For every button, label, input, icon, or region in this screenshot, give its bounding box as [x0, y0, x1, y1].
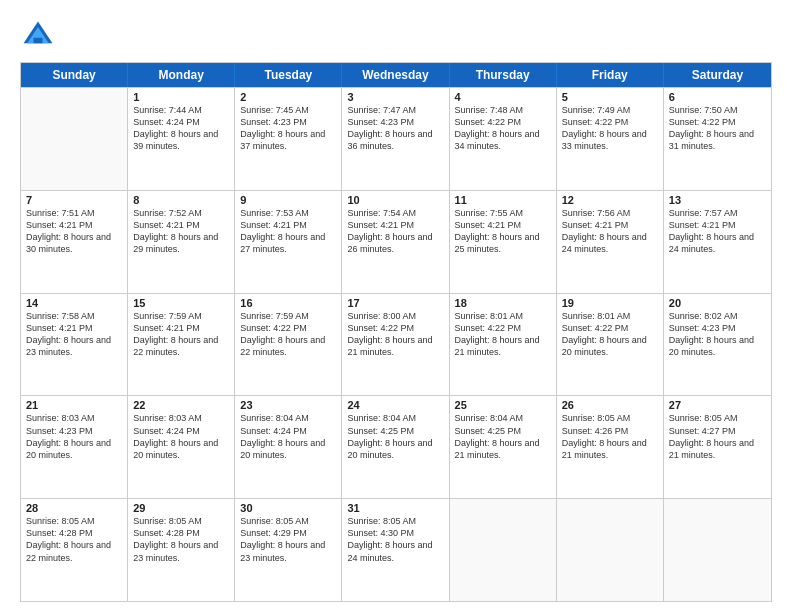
day-number: 15: [133, 297, 229, 309]
day-cell-4: 4Sunrise: 7:48 AM Sunset: 4:22 PM Daylig…: [450, 88, 557, 190]
day-info: Sunrise: 8:04 AM Sunset: 4:24 PM Dayligh…: [240, 412, 336, 461]
day-cell-6: 6Sunrise: 7:50 AM Sunset: 4:22 PM Daylig…: [664, 88, 771, 190]
day-cell-15: 15Sunrise: 7:59 AM Sunset: 4:21 PM Dayli…: [128, 294, 235, 396]
day-number: 6: [669, 91, 766, 103]
day-cell-28: 28Sunrise: 8:05 AM Sunset: 4:28 PM Dayli…: [21, 499, 128, 601]
day-number: 31: [347, 502, 443, 514]
day-cell-2: 2Sunrise: 7:45 AM Sunset: 4:23 PM Daylig…: [235, 88, 342, 190]
day-info: Sunrise: 8:03 AM Sunset: 4:24 PM Dayligh…: [133, 412, 229, 461]
day-info: Sunrise: 7:59 AM Sunset: 4:22 PM Dayligh…: [240, 310, 336, 359]
page: SundayMondayTuesdayWednesdayThursdayFrid…: [0, 0, 792, 612]
day-info: Sunrise: 8:00 AM Sunset: 4:22 PM Dayligh…: [347, 310, 443, 359]
empty-cell: [557, 499, 664, 601]
day-number: 24: [347, 399, 443, 411]
day-cell-25: 25Sunrise: 8:04 AM Sunset: 4:25 PM Dayli…: [450, 396, 557, 498]
calendar-week-5: 28Sunrise: 8:05 AM Sunset: 4:28 PM Dayli…: [21, 498, 771, 601]
day-number: 4: [455, 91, 551, 103]
day-info: Sunrise: 7:51 AM Sunset: 4:21 PM Dayligh…: [26, 207, 122, 256]
empty-cell: [664, 499, 771, 601]
day-cell-31: 31Sunrise: 8:05 AM Sunset: 4:30 PM Dayli…: [342, 499, 449, 601]
day-cell-21: 21Sunrise: 8:03 AM Sunset: 4:23 PM Dayli…: [21, 396, 128, 498]
header-cell-saturday: Saturday: [664, 63, 771, 87]
day-number: 30: [240, 502, 336, 514]
day-info: Sunrise: 7:45 AM Sunset: 4:23 PM Dayligh…: [240, 104, 336, 153]
day-number: 19: [562, 297, 658, 309]
day-cell-23: 23Sunrise: 8:04 AM Sunset: 4:24 PM Dayli…: [235, 396, 342, 498]
day-number: 29: [133, 502, 229, 514]
day-cell-18: 18Sunrise: 8:01 AM Sunset: 4:22 PM Dayli…: [450, 294, 557, 396]
day-info: Sunrise: 8:05 AM Sunset: 4:30 PM Dayligh…: [347, 515, 443, 564]
day-number: 1: [133, 91, 229, 103]
day-number: 14: [26, 297, 122, 309]
svg-rect-2: [34, 38, 43, 43]
calendar-header-row: SundayMondayTuesdayWednesdayThursdayFrid…: [21, 63, 771, 87]
day-number: 28: [26, 502, 122, 514]
day-info: Sunrise: 7:44 AM Sunset: 4:24 PM Dayligh…: [133, 104, 229, 153]
day-cell-29: 29Sunrise: 8:05 AM Sunset: 4:28 PM Dayli…: [128, 499, 235, 601]
day-number: 22: [133, 399, 229, 411]
day-cell-13: 13Sunrise: 7:57 AM Sunset: 4:21 PM Dayli…: [664, 191, 771, 293]
day-cell-22: 22Sunrise: 8:03 AM Sunset: 4:24 PM Dayli…: [128, 396, 235, 498]
day-info: Sunrise: 8:05 AM Sunset: 4:26 PM Dayligh…: [562, 412, 658, 461]
day-info: Sunrise: 8:04 AM Sunset: 4:25 PM Dayligh…: [455, 412, 551, 461]
day-number: 3: [347, 91, 443, 103]
day-number: 11: [455, 194, 551, 206]
day-info: Sunrise: 7:55 AM Sunset: 4:21 PM Dayligh…: [455, 207, 551, 256]
day-info: Sunrise: 7:52 AM Sunset: 4:21 PM Dayligh…: [133, 207, 229, 256]
day-info: Sunrise: 7:58 AM Sunset: 4:21 PM Dayligh…: [26, 310, 122, 359]
day-number: 7: [26, 194, 122, 206]
day-info: Sunrise: 8:01 AM Sunset: 4:22 PM Dayligh…: [455, 310, 551, 359]
day-number: 25: [455, 399, 551, 411]
calendar: SundayMondayTuesdayWednesdayThursdayFrid…: [20, 62, 772, 602]
day-info: Sunrise: 8:04 AM Sunset: 4:25 PM Dayligh…: [347, 412, 443, 461]
day-info: Sunrise: 7:53 AM Sunset: 4:21 PM Dayligh…: [240, 207, 336, 256]
logo-icon: [20, 18, 56, 54]
day-cell-7: 7Sunrise: 7:51 AM Sunset: 4:21 PM Daylig…: [21, 191, 128, 293]
day-cell-10: 10Sunrise: 7:54 AM Sunset: 4:21 PM Dayli…: [342, 191, 449, 293]
day-number: 17: [347, 297, 443, 309]
day-info: Sunrise: 7:49 AM Sunset: 4:22 PM Dayligh…: [562, 104, 658, 153]
day-info: Sunrise: 8:05 AM Sunset: 4:28 PM Dayligh…: [133, 515, 229, 564]
day-info: Sunrise: 7:56 AM Sunset: 4:21 PM Dayligh…: [562, 207, 658, 256]
day-info: Sunrise: 7:59 AM Sunset: 4:21 PM Dayligh…: [133, 310, 229, 359]
day-info: Sunrise: 8:05 AM Sunset: 4:28 PM Dayligh…: [26, 515, 122, 564]
day-cell-17: 17Sunrise: 8:00 AM Sunset: 4:22 PM Dayli…: [342, 294, 449, 396]
header-cell-wednesday: Wednesday: [342, 63, 449, 87]
day-number: 2: [240, 91, 336, 103]
day-cell-27: 27Sunrise: 8:05 AM Sunset: 4:27 PM Dayli…: [664, 396, 771, 498]
day-info: Sunrise: 7:57 AM Sunset: 4:21 PM Dayligh…: [669, 207, 766, 256]
day-info: Sunrise: 7:48 AM Sunset: 4:22 PM Dayligh…: [455, 104, 551, 153]
day-number: 18: [455, 297, 551, 309]
day-cell-12: 12Sunrise: 7:56 AM Sunset: 4:21 PM Dayli…: [557, 191, 664, 293]
day-number: 20: [669, 297, 766, 309]
day-cell-14: 14Sunrise: 7:58 AM Sunset: 4:21 PM Dayli…: [21, 294, 128, 396]
day-info: Sunrise: 8:05 AM Sunset: 4:27 PM Dayligh…: [669, 412, 766, 461]
header-cell-sunday: Sunday: [21, 63, 128, 87]
day-cell-8: 8Sunrise: 7:52 AM Sunset: 4:21 PM Daylig…: [128, 191, 235, 293]
empty-cell: [21, 88, 128, 190]
day-number: 23: [240, 399, 336, 411]
header-cell-thursday: Thursday: [450, 63, 557, 87]
calendar-week-2: 7Sunrise: 7:51 AM Sunset: 4:21 PM Daylig…: [21, 190, 771, 293]
day-number: 26: [562, 399, 658, 411]
day-info: Sunrise: 8:02 AM Sunset: 4:23 PM Dayligh…: [669, 310, 766, 359]
day-cell-9: 9Sunrise: 7:53 AM Sunset: 4:21 PM Daylig…: [235, 191, 342, 293]
day-number: 27: [669, 399, 766, 411]
day-info: Sunrise: 7:54 AM Sunset: 4:21 PM Dayligh…: [347, 207, 443, 256]
header-cell-tuesday: Tuesday: [235, 63, 342, 87]
day-cell-20: 20Sunrise: 8:02 AM Sunset: 4:23 PM Dayli…: [664, 294, 771, 396]
header-cell-monday: Monday: [128, 63, 235, 87]
day-cell-3: 3Sunrise: 7:47 AM Sunset: 4:23 PM Daylig…: [342, 88, 449, 190]
day-number: 21: [26, 399, 122, 411]
calendar-week-1: 1Sunrise: 7:44 AM Sunset: 4:24 PM Daylig…: [21, 87, 771, 190]
day-number: 12: [562, 194, 658, 206]
header: [20, 18, 772, 54]
day-number: 8: [133, 194, 229, 206]
day-info: Sunrise: 8:01 AM Sunset: 4:22 PM Dayligh…: [562, 310, 658, 359]
header-cell-friday: Friday: [557, 63, 664, 87]
day-cell-5: 5Sunrise: 7:49 AM Sunset: 4:22 PM Daylig…: [557, 88, 664, 190]
day-cell-24: 24Sunrise: 8:04 AM Sunset: 4:25 PM Dayli…: [342, 396, 449, 498]
day-number: 9: [240, 194, 336, 206]
day-info: Sunrise: 7:47 AM Sunset: 4:23 PM Dayligh…: [347, 104, 443, 153]
day-cell-19: 19Sunrise: 8:01 AM Sunset: 4:22 PM Dayli…: [557, 294, 664, 396]
